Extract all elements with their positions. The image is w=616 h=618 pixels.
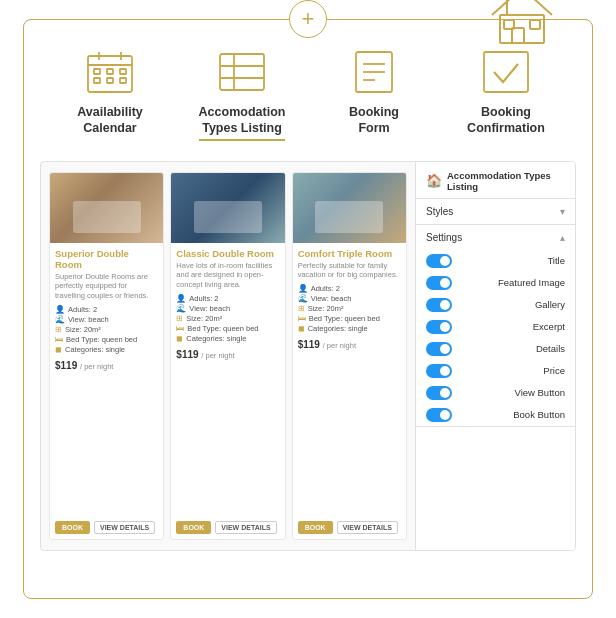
svg-rect-10: [94, 69, 100, 74]
toggle-row-details: Details: [416, 338, 575, 360]
step-availability-label: AvailabilityCalendar: [77, 104, 143, 137]
toggle-excerpt[interactable]: [426, 320, 452, 334]
styles-chevron-down-icon: ▾: [560, 206, 565, 217]
book-button-2[interactable]: BOOK: [176, 521, 211, 534]
sidebar: 🏠 Accommodation Types Listing Styles ▾ S…: [415, 162, 575, 550]
step-accommodation-label: AccomodationTypes Listing: [199, 104, 286, 141]
cards-area: Superior Double Room Superior Double Roo…: [41, 162, 415, 550]
room-card-2-image: [171, 173, 284, 243]
room-feature-size-1: ⊞Size: 20m²: [55, 325, 158, 334]
room-feature-adults-3: 👤Adults: 2: [298, 284, 401, 293]
room-card-1-price: $119 / per night: [55, 360, 158, 371]
house-icon: [482, 0, 562, 50]
toggle-row-excerpt: Excerpt: [416, 316, 575, 338]
room-feature-size-3: ⊞Size: 20m²: [298, 304, 401, 313]
room-feature-bed-1: 🛏Bed Type: queen bed: [55, 335, 158, 344]
toggle-row-price: Price: [416, 360, 575, 382]
toggle-details[interactable]: [426, 342, 452, 356]
list-icon: [216, 50, 268, 94]
room-card-1-image: [50, 173, 163, 243]
svg-rect-24: [484, 52, 528, 92]
room-feature-bed-3: 🛏Bed Type: queen bed: [298, 314, 401, 323]
room-card-3-price: $119 / per night: [298, 339, 401, 350]
sidebar-header-text: Accommodation Types Listing: [447, 170, 565, 192]
sidebar-header-icon: 🏠: [426, 173, 442, 188]
calendar-icon: [84, 50, 136, 94]
toggle-gallery-label: Gallery: [535, 299, 565, 310]
room-card-2-price: $119 / per night: [176, 349, 279, 360]
toggle-row-view-button: View Button: [416, 382, 575, 404]
svg-rect-16: [220, 54, 264, 90]
view-details-button-2[interactable]: VIEW DETAILS: [215, 521, 276, 534]
room-feature-cat-2: ◼Categories: single: [176, 334, 279, 343]
toggle-details-label: Details: [536, 343, 565, 354]
book-button-3[interactable]: BOOK: [298, 521, 333, 534]
toggle-row-book-button: Book Button: [416, 404, 575, 426]
toggle-row-title: Title: [416, 250, 575, 272]
svg-rect-15: [120, 78, 126, 83]
step-booking-form[interactable]: BookingForm: [319, 50, 429, 137]
step-accommodation[interactable]: AccomodationTypes Listing: [187, 50, 297, 141]
room-feature-view-1: 🌊View: beach: [55, 315, 158, 324]
form-icon: [348, 50, 400, 94]
room-feature-cat-1: ◼Categories: single: [55, 345, 158, 354]
toggle-featured-image[interactable]: [426, 276, 452, 290]
book-button-1[interactable]: BOOK: [55, 521, 90, 534]
svg-rect-12: [120, 69, 126, 74]
step-booking-confirmation[interactable]: BookingConfirmation: [451, 50, 561, 137]
toggle-title[interactable]: [426, 254, 452, 268]
sidebar-header: 🏠 Accommodation Types Listing: [416, 162, 575, 199]
room-card-3: Comfort Triple Room Perfectly suitable f…: [292, 172, 407, 540]
room-feature-adults-2: 👤Adults: 2: [176, 294, 279, 303]
plus-icon[interactable]: +: [289, 0, 327, 38]
view-details-button-1[interactable]: VIEW DETAILS: [94, 521, 155, 534]
room-card-3-title: Comfort Triple Room: [298, 248, 401, 259]
room-card-2-desc: Have lots of in-room facilities and are …: [176, 261, 279, 290]
cards-row: Superior Double Room Superior Double Roo…: [49, 172, 407, 540]
toggle-view-button-label: View Button: [514, 387, 565, 398]
room-feature-bed-2: 🛏Bed Type: queen bed: [176, 324, 279, 333]
svg-rect-1: [512, 28, 524, 43]
sidebar-settings-row[interactable]: Settings ▴: [416, 225, 575, 250]
toggle-row-gallery: Gallery: [416, 294, 575, 316]
room-feature-view-2: 🌊View: beach: [176, 304, 279, 313]
toggle-row-featured-image: Featured Image: [416, 272, 575, 294]
toggle-featured-image-label: Featured Image: [498, 277, 565, 288]
sidebar-styles-row[interactable]: Styles ▾: [416, 199, 575, 224]
view-details-button-3[interactable]: VIEW DETAILS: [337, 521, 398, 534]
svg-rect-13: [94, 78, 100, 83]
room-feature-size-2: ⊞Size: 20m²: [176, 314, 279, 323]
step-booking-form-label: BookingForm: [349, 104, 399, 137]
room-card-1: Superior Double Room Superior Double Roo…: [49, 172, 164, 540]
settings-chevron-up-icon: ▴: [560, 232, 565, 243]
toggle-view-button[interactable]: [426, 386, 452, 400]
toggle-title-label: Title: [547, 255, 565, 266]
toggle-price-label: Price: [543, 365, 565, 376]
room-feature-adults-1: 👤Adults: 2: [55, 305, 158, 314]
toggle-book-button[interactable]: [426, 408, 452, 422]
main-content: Superior Double Room Superior Double Roo…: [40, 161, 576, 551]
svg-rect-3: [530, 20, 540, 29]
room-card-2: Classic Double Room Have lots of in-room…: [170, 172, 285, 540]
svg-rect-11: [107, 69, 113, 74]
sidebar-styles-section: Styles ▾: [416, 199, 575, 225]
room-card-1-title: Superior Double Room: [55, 248, 158, 270]
toggle-price[interactable]: [426, 364, 452, 378]
sidebar-settings-section: Settings ▴ Title Featured Image Gallery: [416, 225, 575, 427]
step-availability[interactable]: AvailabilityCalendar: [55, 50, 165, 137]
toggle-gallery[interactable]: [426, 298, 452, 312]
room-card-3-desc: Perfectly suitable for family vacation o…: [298, 261, 401, 281]
step-booking-confirmation-label: BookingConfirmation: [467, 104, 545, 137]
room-card-3-image: [293, 173, 406, 243]
toggle-excerpt-label: Excerpt: [533, 321, 565, 332]
toggle-book-button-label: Book Button: [513, 409, 565, 420]
svg-rect-14: [107, 78, 113, 83]
sidebar-settings-label: Settings: [426, 232, 462, 243]
sidebar-styles-label: Styles: [426, 206, 453, 217]
room-card-1-desc: Superior Double Rooms are perfectly equi…: [55, 272, 158, 301]
outer-container: +: [23, 19, 593, 599]
check-icon: [480, 50, 532, 94]
room-card-2-title: Classic Double Room: [176, 248, 279, 259]
room-feature-view-3: 🌊View: beach: [298, 294, 401, 303]
room-feature-cat-3: ◼Categories: single: [298, 324, 401, 333]
